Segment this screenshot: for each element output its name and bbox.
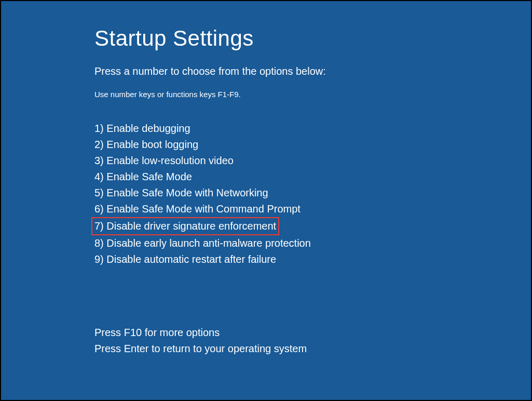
footer-return-os: Press Enter to return to your operating … — [94, 341, 531, 357]
subinstruction-text: Use number keys or functions keys F1-F9. — [94, 90, 531, 99]
option-5-safe-mode-networking[interactable]: 5) Enable Safe Mode with Networking — [94, 185, 268, 201]
instruction-text: Press a number to choose from the option… — [94, 65, 531, 77]
option-2-boot-logging[interactable]: 2) Enable boot logging — [94, 137, 198, 153]
option-1-debugging[interactable]: 1) Enable debugging — [94, 121, 190, 137]
option-7-disable-driver-sig[interactable]: 7) Disable driver signature enforcement — [91, 217, 279, 235]
footer-more-options: Press F10 for more options — [94, 325, 531, 341]
window-frame: Startup Settings Press a number to choos… — [1, 1, 531, 400]
option-8-disable-anti-malware[interactable]: 8) Disable early launch anti-malware pro… — [94, 235, 311, 251]
option-6-safe-mode-cmd[interactable]: 6) Enable Safe Mode with Command Prompt — [94, 201, 301, 217]
option-4-safe-mode[interactable]: 4) Enable Safe Mode — [94, 169, 192, 185]
footer-instructions: Press F10 for more options Press Enter t… — [94, 325, 531, 357]
startup-settings-screen: Startup Settings Press a number to choos… — [1, 1, 531, 400]
option-9-disable-auto-restart[interactable]: 9) Disable automatic restart after failu… — [94, 251, 276, 268]
page-title: Startup Settings — [94, 26, 531, 51]
option-3-low-res-video[interactable]: 3) Enable low-resolution video — [94, 153, 234, 169]
options-list: 1) Enable debugging 2) Enable boot loggi… — [94, 121, 531, 268]
